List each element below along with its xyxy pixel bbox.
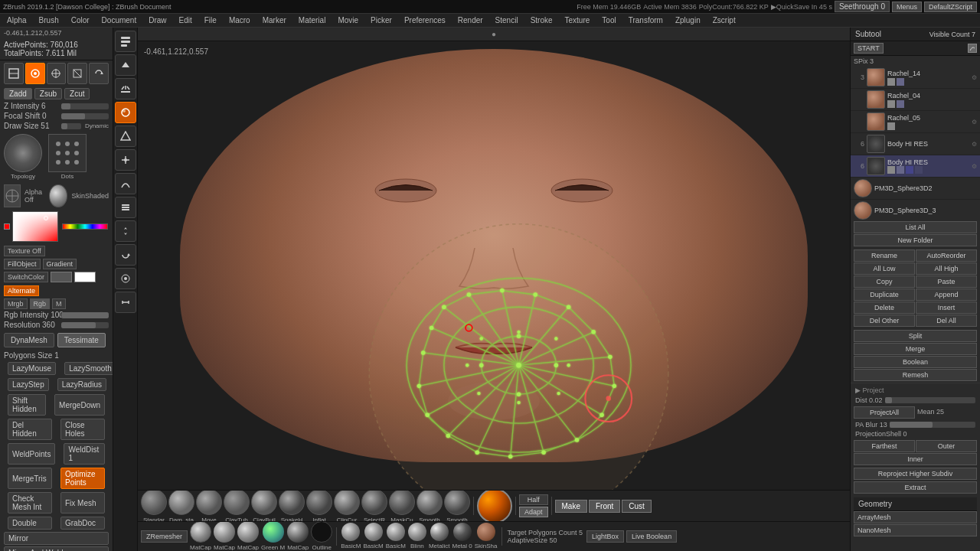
brush-item-standar[interactable]: Standar bbox=[141, 491, 167, 521]
zcut-button[interactable]: Zcut bbox=[64, 88, 90, 99]
brush-item-claybuild[interactable]: ClayBuil bbox=[251, 491, 277, 521]
move-icon[interactable] bbox=[115, 220, 136, 242]
outer-button[interactable]: Outer bbox=[916, 440, 977, 452]
gradient-button[interactable]: Gradient bbox=[43, 259, 77, 269]
rgb-intensity-slider[interactable] bbox=[61, 312, 109, 318]
mat-blinn[interactable]: Blinn bbox=[408, 523, 426, 549]
subtool-body-hi-res-1[interactable]: 6 Body HI RES ⚙ bbox=[851, 133, 980, 155]
menu-edit[interactable]: Edit bbox=[175, 15, 196, 25]
z-intensity-slider[interactable] bbox=[61, 103, 109, 109]
merge-tris-button[interactable]: MergeTris bbox=[8, 468, 52, 489]
delete-button[interactable]: Delete bbox=[854, 302, 915, 314]
remesh-button[interactable]: Remesh bbox=[854, 369, 977, 381]
mat-basic1[interactable]: BasicM bbox=[341, 523, 361, 549]
brush-item-maskcu[interactable]: MaskCu bbox=[389, 491, 415, 521]
zsub-button[interactable]: Zsub bbox=[34, 88, 62, 99]
auto-reorder-button[interactable]: AutoReorder bbox=[916, 249, 977, 262]
del-all-button[interactable]: Del All bbox=[916, 315, 977, 327]
del-hidden-button[interactable]: Del Hidden bbox=[8, 419, 52, 440]
poly-size-label[interactable]: Polygons Size 1 bbox=[4, 351, 59, 360]
project-label[interactable]: ▶ Project bbox=[851, 385, 980, 396]
lock-icon-04[interactable] bbox=[897, 100, 904, 108]
menu-tool[interactable]: Tool bbox=[598, 15, 619, 25]
rename-button[interactable]: Rename bbox=[854, 249, 915, 262]
menu-draw[interactable]: Draw bbox=[145, 15, 170, 25]
mat-matcap1[interactable]: MatCap bbox=[190, 521, 211, 550]
project-all-button[interactable]: ProjectAll bbox=[854, 406, 915, 419]
split-button[interactable]: Split bbox=[854, 330, 977, 342]
mat-metal0[interactable]: Metal 0 bbox=[452, 523, 472, 549]
live-boolean-button[interactable]: Live Boolean bbox=[626, 530, 677, 543]
color-gradient-picker[interactable] bbox=[12, 211, 58, 242]
tessimate-button[interactable]: Tessimate bbox=[57, 333, 106, 347]
del-other-button[interactable]: Del Other bbox=[854, 315, 915, 327]
falloff-icon[interactable] bbox=[115, 173, 136, 194]
brush-item-smooth2[interactable]: Smooth bbox=[444, 491, 470, 521]
subtool-gear-rachel14[interactable]: ⚙ bbox=[972, 74, 977, 81]
cust-button[interactable]: Cust bbox=[622, 500, 652, 513]
menu-stroke[interactable]: Stroke bbox=[527, 15, 557, 25]
fix-mesh-button[interactable]: Fix Mesh bbox=[60, 492, 105, 514]
mat-skinsha[interactable]: SkinSha bbox=[475, 523, 498, 549]
alpha-preview[interactable] bbox=[4, 184, 21, 207]
secondary-color-swatch[interactable] bbox=[74, 272, 96, 282]
alternate-button[interactable]: Alternate bbox=[4, 285, 39, 296]
brush-item-clipcur[interactable]: ClipCur bbox=[334, 491, 360, 521]
all-high-button[interactable]: All High bbox=[916, 262, 977, 275]
menu-file[interactable]: File bbox=[201, 15, 220, 25]
default-zscript-button[interactable]: DefaultZScript bbox=[924, 2, 977, 12]
subtool-rachel-14[interactable]: 3 Rachel_14 ⚙ bbox=[851, 67, 980, 89]
pa-blur-slider[interactable] bbox=[890, 422, 975, 428]
texture-off-button[interactable]: Texture Off bbox=[4, 246, 45, 256]
close-holes-button[interactable]: Close Holes bbox=[60, 419, 105, 440]
menu-marker[interactable]: Marker bbox=[259, 15, 290, 25]
projection-shell-label[interactable]: ProjectionShell 0 bbox=[855, 430, 907, 438]
zremesher-button[interactable]: ZRemesher bbox=[141, 530, 188, 543]
mat-matcap3[interactable]: MatCap bbox=[237, 521, 259, 550]
dots-brush-preview[interactable] bbox=[48, 134, 87, 172]
active-material-preview[interactable] bbox=[477, 491, 512, 521]
subtool-body-hi-res-2[interactable]: 6 Body HI RES ⚙ bbox=[851, 155, 980, 178]
menu-transform[interactable]: Transform bbox=[625, 15, 667, 25]
lazy-radius-button[interactable]: LazyRadius bbox=[57, 378, 106, 391]
see-through-button[interactable]: Seethrough 0 bbox=[835, 1, 890, 12]
mirror-weld-button[interactable]: Mirror And Weld bbox=[4, 546, 109, 551]
focal-shift-slider[interactable] bbox=[61, 113, 109, 119]
eye-icon-04[interactable] bbox=[887, 100, 895, 108]
reproject-higher-subdiv-button[interactable]: Reproject Higher Subdiv bbox=[854, 468, 977, 480]
topology-brush-preview[interactable] bbox=[4, 134, 42, 172]
layers-icon[interactable] bbox=[115, 197, 136, 218]
menu-stencil[interactable]: Stencil bbox=[492, 15, 522, 25]
mat-basic3[interactable]: BasicM bbox=[386, 523, 406, 549]
rgb-intensity-label[interactable]: Rgb Intensity 100 bbox=[4, 311, 59, 319]
mergedown-button[interactable]: MergeDown bbox=[54, 394, 105, 416]
all-low-button[interactable]: All Low bbox=[854, 262, 915, 275]
gear-icon-05[interactable]: ⚙ bbox=[972, 119, 977, 126]
duplicate-button[interactable]: Duplicate bbox=[854, 289, 915, 301]
weld-points-button[interactable]: WeldPoints bbox=[8, 443, 55, 465]
menu-material[interactable]: Material bbox=[295, 15, 330, 25]
menu-texture[interactable]: Texture bbox=[561, 15, 594, 25]
link-icon[interactable] bbox=[115, 292, 136, 313]
tangent-icon[interactable] bbox=[115, 268, 136, 289]
menu-movie[interactable]: Movie bbox=[334, 15, 362, 25]
gear-icon-body2[interactable]: ⚙ bbox=[972, 163, 977, 170]
main-color-swatch[interactable] bbox=[51, 272, 72, 282]
extra-icon-body2[interactable] bbox=[915, 166, 923, 174]
paste-button[interactable]: Paste bbox=[916, 276, 977, 288]
scroll-up-icon[interactable] bbox=[115, 54, 136, 76]
mat-green[interactable]: Green M bbox=[261, 521, 285, 550]
mat-zremesher[interactable]: ZRemesher bbox=[141, 530, 188, 543]
transform-icon[interactable] bbox=[115, 149, 136, 171]
menu-color[interactable]: Color bbox=[67, 15, 93, 25]
subtool-paint-icon[interactable] bbox=[968, 44, 977, 53]
new-folder-button[interactable]: New Folder bbox=[854, 234, 977, 246]
mat-basic2[interactable]: BasicM bbox=[363, 523, 383, 549]
eye-icon[interactable] bbox=[887, 78, 895, 86]
mat-matcap-outline[interactable]: MatCap bbox=[287, 521, 309, 550]
adapt-button[interactable]: Adapt bbox=[519, 507, 548, 517]
lock-icon[interactable] bbox=[897, 78, 904, 86]
menu-brush[interactable]: Brush bbox=[35, 15, 63, 25]
fill-object-button[interactable]: FillObject bbox=[4, 259, 41, 269]
move-tool-button[interactable] bbox=[47, 63, 67, 84]
